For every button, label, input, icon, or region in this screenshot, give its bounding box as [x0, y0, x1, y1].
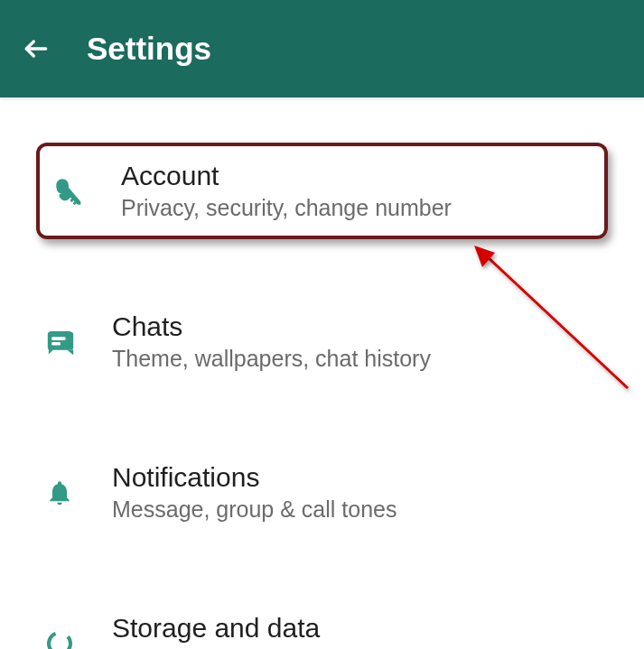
data-icon [45, 629, 74, 650]
arrow-left-icon [22, 34, 51, 63]
icon-container [45, 478, 90, 507]
icon-container [45, 327, 90, 357]
key-icon [54, 177, 83, 206]
item-title: Storage and data [112, 613, 622, 644]
settings-item-notifications[interactable]: Notifications Message, group & call tone… [0, 444, 644, 541]
item-title: Notifications [112, 462, 622, 493]
text-container: Notifications Message, group & call tone… [112, 462, 622, 523]
icon-container [45, 629, 90, 650]
svg-rect-2 [48, 331, 73, 349]
text-container: Chats Theme, wallpapers, chat history [112, 311, 622, 372]
icon-container [54, 177, 99, 206]
item-subtitle: Privacy, security, change number [121, 195, 590, 221]
svg-rect-4 [51, 342, 61, 346]
chat-icon [45, 327, 76, 357]
svg-rect-3 [51, 337, 66, 340]
item-title: Chats [112, 311, 622, 342]
item-title: Account [121, 161, 590, 191]
page-title: Settings [87, 31, 211, 67]
settings-list: Account Privacy, security, change number… [0, 97, 644, 649]
back-button[interactable] [22, 34, 51, 63]
bell-icon [45, 478, 74, 507]
settings-item-account[interactable]: Account Privacy, security, change number [36, 143, 608, 239]
text-container: Account Privacy, security, change number [121, 161, 590, 221]
item-subtitle: Message, group & call tones [112, 496, 622, 523]
settings-item-chats[interactable]: Chats Theme, wallpapers, chat history [0, 293, 644, 390]
text-container: Storage and data Network usage, auto-dow… [112, 613, 622, 649]
settings-item-storage[interactable]: Storage and data Network usage, auto-dow… [0, 595, 644, 649]
header: Settings [0, 0, 644, 97]
item-subtitle: Theme, wallpapers, chat history [112, 346, 622, 372]
svg-point-5 [45, 629, 74, 650]
